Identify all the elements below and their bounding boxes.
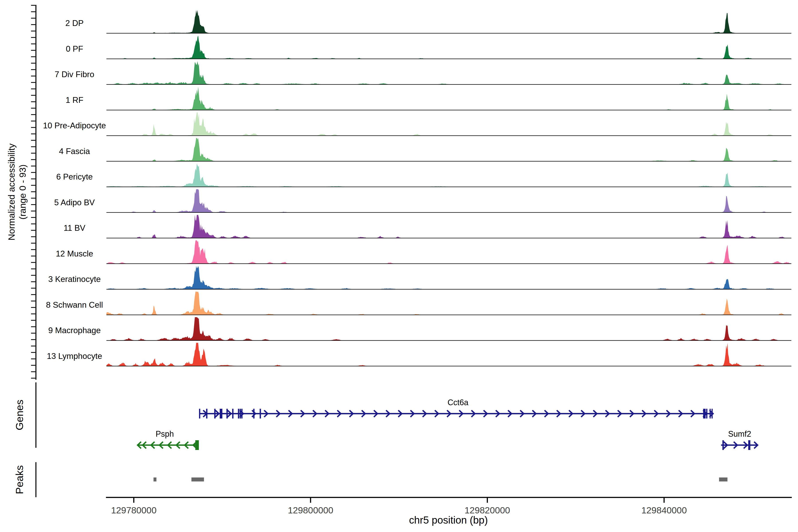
gene-name-label: Sumf2 — [728, 430, 751, 438]
track-label: 7 Div Fibro — [55, 70, 94, 79]
gene-exon — [241, 409, 243, 418]
gene-exon — [214, 409, 215, 418]
peaks-section-label: Peaks — [14, 465, 25, 494]
y-axis-label-line2: (range 0 - 93) — [18, 165, 28, 220]
gene-exon — [709, 409, 711, 418]
gene-exon — [722, 440, 724, 450]
coverage-track-row: 5 Adipo BV — [54, 189, 791, 213]
coverage-track-row: 11 BV — [64, 215, 791, 238]
called-peak — [154, 477, 156, 481]
track-label: 6 Pericyte — [56, 172, 93, 181]
coverage-track-row: 2 DP — [65, 10, 791, 33]
gene-exon — [260, 409, 261, 418]
track-label: 10 Pre-Adipocyte — [43, 121, 106, 130]
coverage-area — [107, 10, 791, 33]
gene-models: Cct6aPsphSumf2 — [138, 398, 758, 450]
called-peak — [719, 477, 727, 481]
coverage-area — [107, 215, 791, 238]
coverage-track-row: 10 Pre-Adipocyte — [43, 112, 791, 136]
track-label: 12 Muscle — [56, 249, 93, 258]
gene-exon — [748, 440, 750, 450]
gene-exon — [238, 409, 239, 418]
gene-exon — [232, 409, 233, 418]
x-axis-tick-label: 129800000 — [288, 505, 333, 515]
gene-name-label: Cct6a — [448, 398, 469, 407]
coverage-area — [107, 112, 791, 136]
track-label: 2 DP — [65, 19, 83, 28]
coverage-track-row: 8 Schwann Cell — [46, 292, 791, 315]
coverage-track-row: 12 Muscle — [56, 241, 791, 264]
coverage-area — [107, 317, 791, 341]
coverage-area — [107, 266, 791, 289]
coverage-area — [107, 343, 791, 366]
gene-exon — [706, 409, 707, 418]
track-label: 3 Keratinocyte — [48, 274, 101, 284]
track-label: 9 Macrophage — [48, 326, 101, 335]
coverage-area — [107, 61, 791, 84]
track-label: 1 RF — [65, 96, 83, 104]
coverage-area — [107, 189, 791, 213]
track-label: 5 Adipo BV — [54, 198, 95, 207]
genes-section-label: Genes — [14, 400, 25, 430]
gene-model-psph: Psph — [138, 430, 199, 450]
coverage-track-row: 4 Fascia — [59, 138, 791, 162]
track-label: 4 Fascia — [59, 147, 90, 156]
gene-exon — [220, 409, 222, 418]
x-axis-title: chr5 position (bp) — [409, 514, 488, 526]
coverage-area — [107, 164, 791, 187]
gene-exon — [711, 409, 712, 418]
called-peaks — [154, 477, 727, 481]
coverage-track-row: 13 Lymphocyte — [47, 343, 791, 366]
track-label: 0 PF — [66, 44, 83, 53]
gene-exon — [195, 440, 199, 450]
y-axis — [31, 5, 36, 380]
coverage-tracks: 2 DP0 PF7 Div Fibro1 RF10 Pre-Adipocyte4… — [43, 10, 791, 366]
x-axis: 129780000129800000129820000129840000 — [106, 497, 792, 515]
x-axis-tick-label: 129840000 — [641, 505, 687, 515]
coverage-area — [107, 36, 791, 59]
track-label: 13 Lymphocyte — [47, 352, 102, 361]
coverage-track-row: 1 RF — [65, 87, 791, 110]
gene-exon — [226, 409, 228, 418]
gene-model-cct6a: Cct6a — [199, 398, 713, 418]
coverage-track-row: 0 PF — [66, 36, 791, 59]
called-peak — [191, 477, 204, 481]
gene-exon — [703, 409, 706, 418]
genome-coverage-figure: Normalized accessibility (range 0 - 93) … — [0, 0, 798, 532]
gene-model-sumf2: Sumf2 — [721, 430, 758, 450]
coverage-area — [107, 138, 791, 162]
x-axis-tick-label: 129820000 — [464, 505, 510, 515]
y-axis-label-line1: Normalized accessibility — [6, 144, 17, 241]
track-label: 8 Schwann Cell — [46, 300, 103, 309]
coverage-track-row: 6 Pericyte — [56, 164, 791, 187]
gene-exon — [240, 409, 241, 418]
coverage-area — [107, 292, 791, 315]
coverage-track-row: 7 Div Fibro — [55, 61, 791, 84]
gene-exon — [199, 409, 201, 418]
track-label: 11 BV — [64, 224, 86, 232]
x-axis-tick-label: 129780000 — [111, 505, 156, 515]
coverage-area — [107, 87, 791, 110]
gene-exon — [206, 409, 208, 418]
coverage-track-row: 9 Macrophage — [48, 317, 791, 341]
gene-exon — [253, 409, 254, 418]
coverage-track-row: 3 Keratinocyte — [48, 266, 791, 289]
coverage-area — [107, 241, 791, 264]
gene-name-label: Psph — [156, 430, 174, 438]
